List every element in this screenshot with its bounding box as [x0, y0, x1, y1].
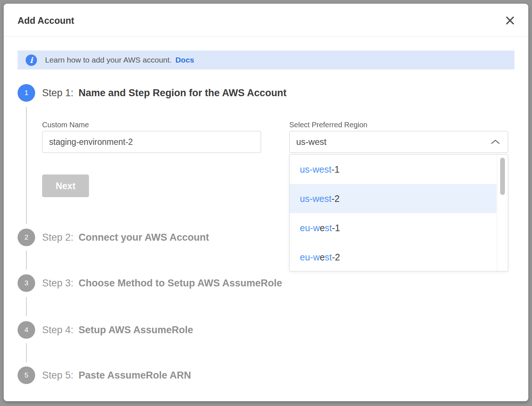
step-3-title: Choose Method to Setup AWS AssumeRole — [79, 278, 282, 289]
region-option-list: us-west -1 us-west -2 eu-w e st -1 eu-w … — [290, 155, 496, 271]
option-rest-text: -1 — [332, 223, 340, 233]
region-option-eu-west-2[interactable]: eu-w e st -2 — [290, 243, 496, 272]
step-1-heading: Step 1: Name and Step Region for the AWS… — [42, 84, 287, 102]
region-option-us-west-1[interactable]: us-west -1 — [290, 155, 496, 184]
step-4-prefix: Step 4: — [42, 324, 74, 336]
region-option-eu-west-1[interactable]: eu-w e st -1 — [290, 213, 496, 243]
step-4-circle: 4 — [18, 321, 35, 339]
region-label: Select Preferred Region — [289, 121, 367, 129]
add-account-modal: Add Account i Learn how to add your AWS … — [4, 4, 528, 401]
step-2-heading: Step 2: Connect your AWS Account — [42, 229, 209, 246]
modal-header: Add Account — [4, 4, 528, 37]
step-1-circle: 1 — [18, 84, 35, 102]
step-1-prefix: Step 1: — [42, 87, 74, 99]
step-connector-3-4 — [26, 297, 27, 316]
region-dropdown: us-west -1 us-west -2 eu-w e st -1 eu-w … — [289, 154, 508, 271]
option-match-text: us-west — [300, 193, 331, 204]
region-select[interactable]: us-west — [289, 131, 508, 153]
option-match-text: us-west — [300, 164, 331, 175]
next-button[interactable]: Next — [42, 174, 89, 197]
option-match-text: st — [325, 223, 332, 233]
step-5-prefix: Step 5: — [42, 370, 74, 381]
step-3-prefix: Step 3: — [42, 278, 74, 289]
step-connector-4-5 — [26, 343, 27, 362]
option-match-text: st — [325, 252, 332, 263]
step-3-circle: 3 — [18, 274, 35, 292]
option-rest-text: -1 — [331, 164, 339, 175]
step-5-heading: Step 5: Paste AssumeRole ARN — [42, 366, 191, 384]
close-button[interactable] — [504, 15, 516, 26]
region-option-us-west-2[interactable]: us-west -2 — [290, 184, 496, 213]
step-4-heading: Step 4: Setup AWS AssumeRole — [42, 321, 193, 339]
option-rest-text: e — [320, 252, 325, 263]
chevron-up-icon — [491, 139, 500, 144]
docs-link[interactable]: Docs — [175, 56, 194, 64]
banner-text: Learn how to add your AWS account. — [45, 56, 172, 64]
scrollbar-thumb[interactable] — [500, 158, 505, 195]
step-3-heading: Step 3: Choose Method to Setup AWS Assum… — [42, 274, 282, 292]
option-match-text: eu-w — [300, 252, 320, 263]
custom-name-label: Custom Name — [42, 121, 89, 129]
option-match-text: eu-w — [300, 223, 320, 233]
step-5-title: Paste AssumeRole ARN — [79, 370, 191, 381]
option-rest-text: -2 — [332, 252, 340, 263]
modal-title: Add Account — [18, 4, 74, 37]
info-banner: i Learn how to add your AWS account. Doc… — [18, 50, 514, 69]
close-icon — [505, 16, 515, 25]
region-select-value: us-west — [296, 137, 491, 147]
step-connector-2-3 — [26, 251, 27, 270]
option-rest-text: e — [320, 223, 325, 233]
step-4-title: Setup AWS AssumeRole — [79, 324, 193, 336]
step-5-circle: 5 — [18, 366, 35, 384]
step-connector-1-2 — [26, 107, 27, 224]
info-icon: i — [26, 54, 37, 66]
step-2-circle: 2 — [18, 229, 35, 246]
step-2-prefix: Step 2: — [42, 232, 74, 243]
step-2-title: Connect your AWS Account — [79, 232, 209, 243]
step-1-title: Name and Step Region for the AWS Account — [79, 87, 287, 99]
option-rest-text: -2 — [331, 193, 339, 204]
dropdown-scrollbar[interactable] — [497, 155, 508, 271]
custom-name-input[interactable] — [42, 131, 261, 153]
